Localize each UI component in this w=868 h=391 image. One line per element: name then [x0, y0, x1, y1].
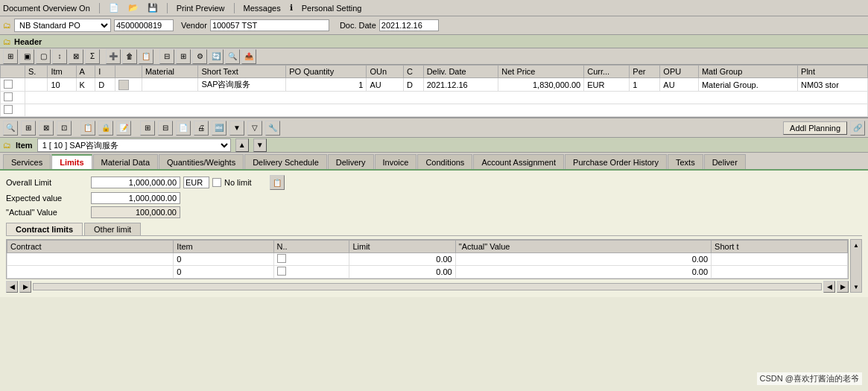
tab-delivery-schedule[interactable]: Delivery Schedule	[244, 154, 327, 169]
action12-icon[interactable]: 🔤	[212, 121, 226, 136]
zoom-icon[interactable]: 🔍	[3, 121, 18, 136]
addl-icon[interactable]: 🔗	[850, 121, 865, 136]
doc-date-input[interactable]	[379, 19, 439, 31]
filter-icon[interactable]: ⊠	[69, 49, 83, 64]
action15-icon[interactable]: 🔧	[265, 121, 280, 136]
save-icon[interactable]: 💾	[148, 3, 158, 13]
sub-tabs-row: Contract limitsOther limit	[6, 223, 862, 236]
action3-icon[interactable]: ⊠	[39, 121, 54, 136]
addl-planning-button[interactable]: Addl Planning	[783, 121, 847, 135]
action4-icon[interactable]: ⊡	[57, 121, 72, 136]
no-limit-checkbox[interactable]	[212, 178, 221, 187]
action13-icon[interactable]: ▼	[229, 121, 244, 136]
tab-conditions[interactable]: Conditions	[417, 154, 472, 169]
expected-value-row: Expected value	[6, 192, 862, 204]
actual-value-input[interactable]	[91, 206, 180, 218]
item-select[interactable]: 1 [ 10 ] SAP咨询服务	[37, 139, 231, 152]
delete-row-icon[interactable]: 🗑	[122, 49, 137, 64]
deselect-icon[interactable]: ▢	[36, 49, 51, 64]
action7-icon[interactable]: 📝	[116, 121, 131, 136]
messages-btn[interactable]: Messages	[244, 4, 281, 13]
inner-n	[273, 253, 349, 266]
action8-icon[interactable]: ⊞	[140, 121, 155, 136]
vendor-input[interactable]	[210, 19, 329, 31]
sort-icon[interactable]: ↕	[52, 49, 67, 64]
sep1	[99, 3, 100, 13]
scroll-left-btn[interactable]: ◀	[6, 281, 18, 293]
new-icon[interactable]: 📄	[109, 3, 119, 13]
action5-icon[interactable]: 📋	[80, 121, 95, 136]
action11-icon[interactable]: 🖨	[194, 121, 209, 136]
row-flag	[115, 78, 142, 92]
nav-up-btn[interactable]: ▲	[235, 139, 249, 152]
copy-icon[interactable]: 📋	[139, 49, 153, 64]
row-short-text: SAP咨询服务	[198, 78, 286, 92]
currency-input[interactable]	[183, 177, 209, 188]
first-icon[interactable]: ⊞	[3, 49, 18, 64]
col-material: Material	[142, 66, 198, 78]
limits-tab-content: Overall Limit No limit 📋 Expected value …	[0, 171, 868, 297]
filter2-icon[interactable]: 🔍	[225, 49, 240, 64]
limits-info-icon[interactable]: 📋	[270, 175, 285, 190]
tab-quantities-weights[interactable]: Quantities/Weights	[159, 154, 244, 169]
config-icon[interactable]: ⚙	[192, 49, 207, 64]
row-per: 1	[630, 78, 660, 92]
tab-texts[interactable]: Texts	[668, 154, 703, 169]
col-plnt: Plnt	[798, 66, 868, 78]
scroll-left2-btn[interactable]: ◀	[823, 281, 835, 293]
po-type-select[interactable]: NB Standard PO	[14, 19, 111, 32]
tab-purchase-order-history[interactable]: Purchase Order History	[565, 154, 667, 169]
header-subheader: 🗂 Header	[0, 35, 868, 48]
print-preview-btn[interactable]: Print Preview	[177, 4, 225, 13]
items-data-table: S. Itm A I Material Short Text PO Quanti…	[0, 65, 868, 117]
export-icon[interactable]: 📤	[241, 49, 256, 64]
document-overview-btn[interactable]: Document Overview On	[3, 4, 90, 13]
h-scroll-row: ◀ ▶ ◀ ▶	[6, 281, 849, 293]
refresh-icon[interactable]: 🔄	[209, 49, 224, 64]
col-per: Per	[630, 66, 660, 78]
inner-item: 0	[174, 253, 273, 266]
po-number-input[interactable]	[114, 19, 174, 31]
scroll-down-btn[interactable]: ▼	[851, 282, 861, 292]
detail-icon[interactable]: ⊟	[159, 49, 174, 64]
sum-icon[interactable]: Σ	[85, 49, 100, 64]
action6-icon[interactable]: 🔒	[98, 121, 113, 136]
h-scrollbar[interactable]	[33, 283, 822, 290]
table-row[interactable]: 10KDSAP咨询服务1AUD2021.12.161,830,000.00EUR…	[1, 78, 868, 92]
add-row-icon[interactable]: ➕	[106, 49, 121, 64]
subheader-folder-icon: 🗂	[3, 37, 11, 46]
overall-limit-input[interactable]	[91, 177, 180, 188]
scroll-right2-btn[interactable]: ▶	[837, 281, 849, 293]
col-flag	[115, 66, 142, 78]
tab-account-assignment[interactable]: Account Assignment	[473, 154, 564, 169]
tab-delivery[interactable]: Delivery	[328, 154, 374, 169]
tab-services[interactable]: Services	[3, 154, 51, 169]
inner-contract	[7, 266, 174, 279]
scroll-right-btn[interactable]: ▶	[19, 281, 31, 293]
inner-table-row[interactable]: 0 0.00 0.00	[7, 266, 848, 279]
nav-down-btn[interactable]: ▼	[253, 139, 267, 152]
col-deliv-date: Deliv. Date	[423, 66, 498, 78]
layout-icon[interactable]: ⊞	[176, 49, 191, 64]
expected-value-input[interactable]	[91, 192, 180, 204]
select-all-icon[interactable]: ▣	[19, 49, 34, 64]
personal-setting-btn[interactable]: Personal Setting	[302, 4, 362, 13]
sub-tab-contract-limits[interactable]: Contract limits	[6, 223, 83, 235]
row-sel-empty	[1, 92, 25, 104]
action9-icon[interactable]: ⊟	[158, 121, 173, 136]
tab-deliver2[interactable]: Deliver	[704, 154, 746, 169]
inner-table-row[interactable]: 0 0.00 0.00	[7, 253, 848, 266]
action10-icon[interactable]: 📄	[176, 121, 191, 136]
tab-limits[interactable]: Limits	[51, 154, 92, 169]
action2-icon[interactable]: ⊞	[21, 121, 36, 136]
row-itm: 10	[48, 78, 76, 92]
actual-value-label: "Actual" Value	[6, 208, 88, 217]
action14-icon[interactable]: ▽	[247, 121, 262, 136]
sub-tab-other-limit[interactable]: Other limit	[84, 223, 141, 235]
tab-material-data[interactable]: Material Data	[93, 154, 158, 169]
info-icon: ℹ	[290, 3, 293, 13]
row-net-price: 1,830,000.00	[498, 78, 584, 92]
open-icon[interactable]: 📂	[128, 3, 139, 13]
scroll-up-btn[interactable]: ▲	[851, 240, 861, 250]
tab-invoice[interactable]: Invoice	[375, 154, 417, 169]
